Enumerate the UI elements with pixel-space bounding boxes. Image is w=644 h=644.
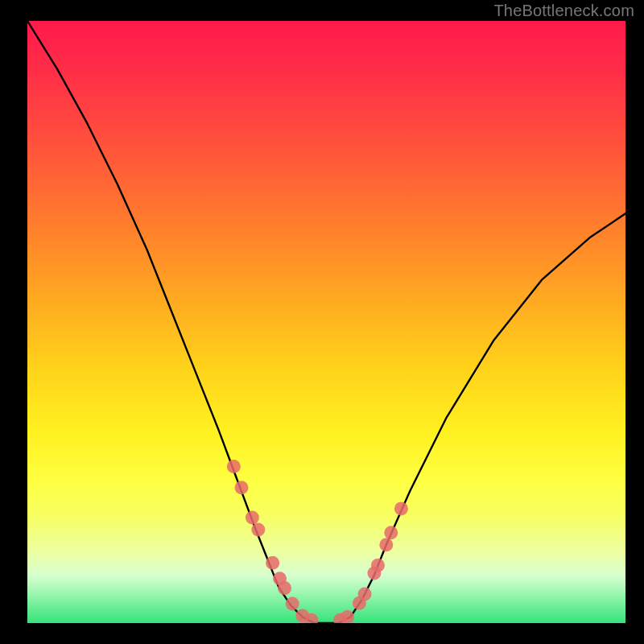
data-point <box>394 502 408 515</box>
data-point <box>286 597 299 611</box>
data-point <box>341 610 354 623</box>
data-point <box>251 523 265 537</box>
data-point <box>246 511 259 525</box>
data-point <box>358 588 372 601</box>
data-point <box>379 538 393 551</box>
data-point <box>266 556 279 570</box>
data-point <box>227 460 241 473</box>
bottleneck-curve <box>27 21 625 623</box>
data-point <box>278 581 291 595</box>
data-point <box>234 481 248 494</box>
plot-area <box>27 21 625 623</box>
chart-svg <box>27 21 625 623</box>
data-point <box>384 526 398 539</box>
watermark-text: TheBottleneck.com <box>493 2 634 20</box>
data-point <box>371 559 385 572</box>
chart-stage: TheBottleneck.com <box>0 0 644 644</box>
